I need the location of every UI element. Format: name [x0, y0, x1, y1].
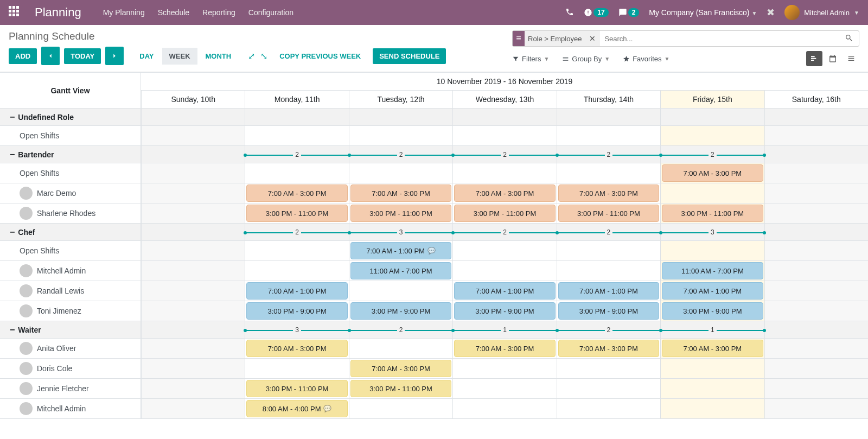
voip-icon[interactable]: [565, 8, 574, 18]
gantt-cell[interactable]: [452, 261, 556, 281]
gantt-cell[interactable]: 7:00 AM - 3:00 PM: [452, 183, 556, 203]
gantt-cell[interactable]: [349, 126, 452, 145]
gantt-cell[interactable]: 7:00 AM - 3:00 PM: [557, 339, 660, 358]
gantt-cell[interactable]: [141, 163, 245, 183]
shift-pill[interactable]: 3:00 PM - 11:00 PM: [662, 205, 763, 222]
gantt-cell[interactable]: 3:00 PM - 11:00 PM: [452, 203, 556, 223]
gantt-cell[interactable]: 3:00 PM - 9:00 PM: [349, 301, 452, 321]
shift-pill[interactable]: 7:00 AM - 3:00 PM: [350, 184, 451, 202]
search-input[interactable]: [600, 31, 839, 46]
scale-month[interactable]: MONTH: [199, 48, 239, 65]
scale-week[interactable]: WEEK: [162, 48, 197, 65]
gantt-cell[interactable]: [557, 163, 660, 183]
group-toggle[interactable]: −Waiter: [0, 321, 141, 338]
shift-pill[interactable]: 3:00 PM - 9:00 PM: [246, 302, 347, 320]
shift-pill[interactable]: 7:00 AM - 3:00 PM: [350, 360, 451, 377]
row-label[interactable]: Open Shifts: [0, 126, 141, 145]
shift-pill[interactable]: 3:00 PM - 9:00 PM: [662, 302, 763, 320]
shift-pill[interactable]: 7:00 AM - 3:00 PM: [558, 184, 659, 202]
gantt-cell[interactable]: [660, 241, 764, 260]
gantt-cell[interactable]: 7:00 AM - 3:00 PM: [349, 359, 452, 378]
gantt-cell[interactable]: [141, 301, 245, 321]
prev-button[interactable]: [41, 47, 60, 65]
gantt-cell[interactable]: [245, 241, 348, 260]
gantt-cell[interactable]: [141, 359, 245, 378]
gantt-cell[interactable]: 7:00 AM - 3:00 PM: [349, 183, 452, 203]
nav-schedule[interactable]: Schedule: [158, 8, 189, 17]
remove-facet-icon[interactable]: ✕: [585, 34, 600, 43]
gantt-cell[interactable]: 3:00 PM - 11:00 PM: [245, 203, 348, 223]
shift-pill[interactable]: 7:00 AM - 3:00 PM: [662, 164, 763, 182]
shift-pill[interactable]: 3:00 PM - 11:00 PM: [558, 205, 659, 222]
gantt-cell[interactable]: [764, 261, 868, 281]
company-selector[interactable]: My Company (San Francisco) ▼: [649, 8, 757, 17]
gantt-cell[interactable]: [764, 281, 868, 301]
shift-pill[interactable]: 11:00 AM - 7:00 PM: [350, 262, 451, 279]
shift-pill[interactable]: 3:00 PM - 11:00 PM: [350, 205, 451, 222]
gantt-cell[interactable]: [557, 261, 660, 281]
list-view-button[interactable]: [843, 51, 859, 66]
gantt-cell[interactable]: 7:00 AM - 1:00 PM: [557, 281, 660, 301]
gantt-cell[interactable]: 3:00 PM - 9:00 PM: [557, 301, 660, 321]
shift-pill[interactable]: 7:00 AM - 1:00 PM: [246, 282, 347, 300]
shift-pill[interactable]: 7:00 AM - 3:00 PM: [454, 340, 555, 357]
search-icon[interactable]: [839, 34, 859, 44]
user-menu[interactable]: Mitchell Admin ▼: [784, 5, 859, 20]
gantt-cell[interactable]: [557, 399, 660, 418]
gantt-cell[interactable]: [349, 163, 452, 183]
row-label[interactable]: Marc Demo: [0, 183, 141, 203]
gantt-cell[interactable]: [349, 281, 452, 301]
gantt-cell[interactable]: 7:00 AM - 1:00 PM💬: [349, 241, 452, 260]
row-label[interactable]: Doris Cole: [0, 359, 141, 378]
gantt-cell[interactable]: [557, 379, 660, 398]
row-label[interactable]: Jennie Fletcher: [0, 379, 141, 398]
add-button[interactable]: ADD: [9, 48, 37, 64]
gantt-cell[interactable]: [660, 359, 764, 378]
gantt-cell[interactable]: [452, 163, 556, 183]
gantt-cell[interactable]: 7:00 AM - 3:00 PM: [452, 339, 556, 358]
gantt-cell[interactable]: [557, 126, 660, 145]
gantt-cell[interactable]: [764, 359, 868, 378]
shift-pill[interactable]: 7:00 AM - 3:00 PM: [558, 340, 659, 357]
gantt-view-button[interactable]: [806, 51, 822, 66]
row-label[interactable]: Mitchell Admin: [0, 399, 141, 418]
gantt-cell[interactable]: 3:00 PM - 11:00 PM: [660, 203, 764, 223]
gantt-cell[interactable]: [141, 261, 245, 281]
gantt-cell[interactable]: 11:00 AM - 7:00 PM: [349, 261, 452, 281]
gantt-cell[interactable]: [764, 339, 868, 358]
gantt-cell[interactable]: [764, 399, 868, 418]
shift-pill[interactable]: 3:00 PM - 11:00 PM: [454, 205, 555, 222]
gantt-cell[interactable]: [764, 241, 868, 260]
row-label[interactable]: Sharlene Rhodes: [0, 203, 141, 223]
gantt-cell[interactable]: 7:00 AM - 3:00 PM: [245, 183, 348, 203]
filters-dropdown[interactable]: Filters ▼: [512, 55, 549, 63]
next-button[interactable]: [105, 47, 124, 65]
gantt-cell[interactable]: 7:00 AM - 3:00 PM: [557, 183, 660, 203]
gantt-cell[interactable]: [452, 379, 556, 398]
gantt-cell[interactable]: [452, 359, 556, 378]
send-schedule-button[interactable]: SEND SCHEDULE: [373, 48, 446, 64]
gantt-cell[interactable]: [349, 399, 452, 418]
expand-icon[interactable]: ⤢: [248, 51, 255, 61]
gantt-cell[interactable]: [245, 261, 348, 281]
shift-pill[interactable]: 8:00 AM - 4:00 PM💬: [246, 400, 347, 417]
gantt-cell[interactable]: 3:00 PM - 11:00 PM: [245, 379, 348, 398]
gantt-cell[interactable]: 3:00 PM - 11:00 PM: [349, 379, 452, 398]
gantt-cell[interactable]: [141, 126, 245, 145]
gantt-cell[interactable]: [452, 126, 556, 145]
shift-pill[interactable]: 7:00 AM - 1:00 PM: [558, 282, 659, 300]
gantt-cell[interactable]: [141, 339, 245, 358]
gantt-cell[interactable]: [764, 379, 868, 398]
nav-reporting[interactable]: Reporting: [202, 8, 235, 17]
groupby-dropdown[interactable]: Group By ▼: [562, 55, 610, 63]
gantt-cell[interactable]: [764, 301, 868, 321]
shift-pill[interactable]: 7:00 AM - 3:00 PM: [662, 340, 763, 357]
gantt-cell[interactable]: 3:00 PM - 9:00 PM: [660, 301, 764, 321]
gantt-cell[interactable]: [764, 163, 868, 183]
gantt-cell[interactable]: [245, 163, 348, 183]
gantt-cell[interactable]: 7:00 AM - 3:00 PM: [660, 339, 764, 358]
shift-pill[interactable]: 7:00 AM - 1:00 PM: [662, 282, 763, 300]
gantt-cell[interactable]: 3:00 PM - 11:00 PM: [349, 203, 452, 223]
gantt-cell[interactable]: 3:00 PM - 9:00 PM: [452, 301, 556, 321]
row-label[interactable]: Randall Lewis: [0, 281, 141, 301]
